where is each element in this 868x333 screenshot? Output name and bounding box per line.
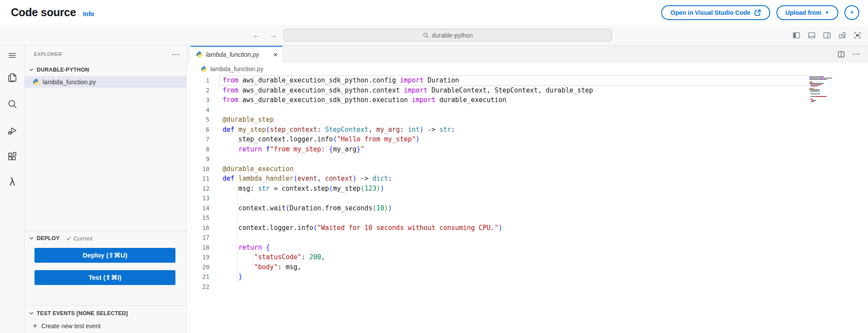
line-number: 13 [187, 193, 209, 203]
line-number: 11 [187, 174, 209, 184]
search-sidebar-icon[interactable] [0, 97, 24, 110]
fullscreen-icon[interactable] [853, 31, 862, 40]
page-title: Code source [11, 6, 76, 19]
code-line[interactable]: 8 return f"from my_step: {my_arg}" [187, 144, 868, 154]
workspace-folder-row[interactable]: DURABLE-PYTHON [25, 64, 186, 76]
code-line[interactable]: 13 [187, 193, 868, 203]
code-line[interactable]: 2from aws_durable_execution_sdk_python.c… [187, 86, 868, 96]
code-line[interactable]: 15 [187, 213, 868, 223]
line-number: 16 [187, 223, 209, 233]
line-number: 2 [187, 86, 209, 96]
info-link[interactable]: Info [83, 10, 94, 17]
deploy-section-header[interactable]: DEPLOY Current [25, 233, 186, 244]
toggle-sidebar-icon[interactable] [792, 31, 801, 40]
tab-bar: lambda_function.py ✕ ⋯ [187, 46, 868, 62]
line-number: 10 [187, 164, 209, 174]
code-line[interactable]: 5@durable_step [187, 115, 868, 125]
back-arrow-button[interactable]: ← [252, 31, 261, 40]
file-name: lambda_function.py [43, 79, 96, 86]
line-number: 19 [187, 252, 209, 262]
section-divider [25, 231, 186, 231]
deploy-status: Current [66, 235, 93, 242]
more-actions-button[interactable]: ▼ [844, 5, 859, 20]
line-number: 3 [187, 95, 209, 105]
chevron-down-icon [28, 67, 34, 73]
code-line[interactable]: 9 [187, 154, 868, 164]
code-line[interactable]: 4 [187, 105, 868, 115]
workspace-search-label: durable-python [432, 32, 473, 39]
line-number: 20 [187, 262, 209, 272]
forward-arrow-button[interactable]: → [269, 31, 278, 40]
deploy-title: DEPLOY [37, 235, 60, 241]
breadcrumb-file[interactable]: lambda_function.py [210, 65, 263, 72]
code-editor: lambda_function.py ✕ ⋯ lambda_function.p… [187, 46, 868, 333]
line-number: 17 [187, 233, 209, 243]
tab-lambda-function[interactable]: lambda_function.py ✕ [191, 46, 283, 62]
line-number: 21 [187, 272, 209, 282]
code-line[interactable]: 20 "body": msg, [187, 262, 868, 272]
code-line[interactable]: 7 step_context.logger.info("Hello from m… [187, 134, 868, 144]
code-line[interactable]: 18 return { [187, 243, 868, 253]
code-line[interactable]: 10@durable_execution [187, 164, 868, 174]
close-tab-icon[interactable]: ✕ [273, 51, 278, 58]
toggle-secondary-sidebar-icon[interactable] [823, 31, 831, 40]
python-file-icon [196, 51, 203, 58]
line-number: 9 [187, 154, 209, 164]
line-number: 22 [187, 282, 209, 292]
code-line[interactable]: 6def my_step(step_context: StepContext, … [187, 125, 868, 135]
line-number: 8 [187, 144, 209, 154]
more-actions-icon[interactable]: ⋯ [852, 49, 860, 59]
code-line[interactable]: 21 } [187, 272, 868, 282]
code-line[interactable]: 17 [187, 233, 868, 243]
editor-chrome-bar: ← → durable-python [0, 25, 868, 46]
editor-actions: ⋯ [837, 46, 860, 62]
line-number: 14 [187, 203, 209, 213]
split-editor-icon[interactable] [837, 50, 845, 58]
line-number: 18 [187, 243, 209, 253]
upload-from-button[interactable]: Upload from ▼ [776, 5, 838, 20]
code-line[interactable]: 12 msg: str = context.step(my_step(123)) [187, 184, 868, 194]
aws-lambda-icon[interactable]: λ [0, 175, 24, 189]
section-divider [25, 305, 186, 306]
open-in-vscode-button[interactable]: Open in Visual Studio Code [661, 5, 770, 20]
deploy-button[interactable]: Deploy (⇧⌘U) [34, 248, 175, 263]
line-number: 15 [187, 213, 209, 223]
caret-down-icon: ▼ [850, 10, 854, 15]
chevron-down-icon [28, 310, 34, 316]
code-line[interactable]: 16 context.logger.info("Waited for 10 se… [187, 223, 868, 233]
explorer-more-actions-icon[interactable]: ⋯ [172, 48, 179, 60]
code-line[interactable]: 1from aws_durable_execution_sdk_python.c… [187, 76, 868, 86]
python-file-icon [201, 66, 207, 72]
explorer-title: EXPLORER [34, 51, 62, 57]
code-line[interactable]: 11def lambda_handler(event, context) -> … [187, 174, 868, 184]
command-center-search[interactable]: durable-python [284, 29, 612, 41]
code-line[interactable]: 22 [187, 282, 868, 292]
header-actions: Open in Visual Studio Code Upload from ▼… [661, 5, 859, 20]
menu-icon[interactable] [0, 49, 24, 62]
activity-bar: λ [0, 46, 25, 333]
test-button[interactable]: Test (⇧⌘I) [34, 270, 175, 285]
test-events-title: TEST EVENTS [NONE SELECTED] [37, 310, 128, 316]
line-number: 7 [187, 134, 209, 144]
create-test-event-button[interactable]: + Create new test event [25, 320, 186, 332]
code-content[interactable]: 1from aws_durable_execution_sdk_python.c… [187, 76, 868, 292]
file-row-lambda-function[interactable]: lambda_function.py [25, 76, 186, 88]
toggle-panel-icon[interactable] [807, 31, 816, 40]
extensions-icon[interactable] [0, 150, 24, 163]
code-line[interactable]: 14 context.wait(Duration.from_seconds(10… [187, 203, 868, 213]
test-events-section-header[interactable]: TEST EVENTS [NONE SELECTED] [25, 308, 186, 319]
line-number: 1 [187, 76, 209, 86]
code-line[interactable]: 19 "statusCode": 200, [187, 252, 868, 262]
customize-layout-icon[interactable] [838, 31, 847, 40]
plus-icon: + [33, 322, 38, 331]
console-header: Code source Info Open in Visual Studio C… [0, 0, 868, 25]
explorer-files-icon[interactable] [0, 71, 24, 84]
line-number: 4 [187, 105, 209, 115]
lambda-code-editor-page: Code source Info Open in Visual Studio C… [0, 0, 868, 333]
layout-controls [792, 25, 862, 45]
minimap[interactable] [810, 76, 851, 105]
breadcrumb: lambda_function.py [187, 62, 868, 76]
python-file-icon [33, 79, 40, 86]
code-line[interactable]: 3from aws_durable_execution_sdk_python.e… [187, 95, 868, 105]
run-debug-icon[interactable] [0, 124, 24, 137]
